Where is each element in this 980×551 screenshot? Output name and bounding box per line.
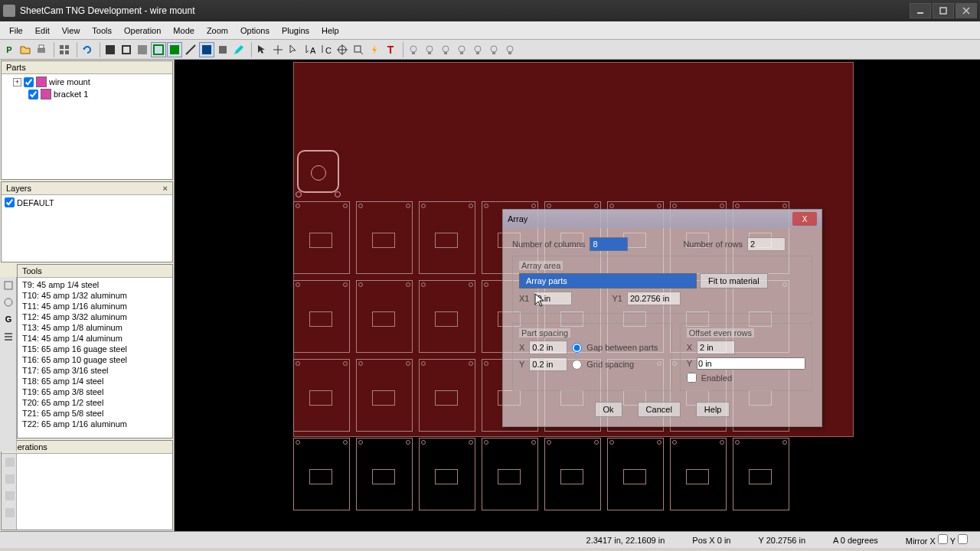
y1-input[interactable] [627,292,681,305]
sx-input[interactable] [529,341,567,354]
menu-file[interactable]: File [3,24,29,37]
postprocess-icon[interactable]: P [2,42,17,57]
pencil-icon[interactable] [231,42,247,57]
vtool2-icon[interactable] [1,295,16,310]
tool-list-item[interactable]: T21: 65 amp 5/8 steel [19,408,171,419]
menu-operation[interactable]: Operation [118,24,167,37]
cancel-button[interactable]: Cancel [638,402,681,417]
menu-view[interactable]: View [56,24,87,37]
mode-dropdown[interactable]: Array parts Fill array area [519,273,695,289]
menu-tools[interactable]: Tools [86,24,118,37]
bulb1-icon[interactable] [406,42,421,57]
bolt-icon[interactable] [367,42,382,57]
view6-icon[interactable] [183,42,198,57]
svg-rect-22 [412,52,415,54]
ok-button[interactable]: Ok [595,402,622,417]
bulb3-icon[interactable] [438,42,453,57]
enabled-checkbox[interactable] [687,373,697,383]
tool-list-item[interactable]: T16: 65 amp 10 guage steel [19,354,171,365]
tool-list-item[interactable]: T9: 45 amp 1/4 steel [19,279,171,290]
svg-rect-40 [5,458,15,467]
print-icon[interactable] [34,42,49,57]
menu-plugins[interactable]: Plugins [276,24,315,37]
text-icon[interactable]: T [383,42,398,57]
sel2-icon[interactable] [286,42,302,57]
tree-item-wire-mount[interactable]: + wire mount [3,76,171,88]
close-button[interactable] [956,3,977,18]
menu-options[interactable]: Options [234,24,276,37]
view8-icon[interactable] [215,42,230,57]
tools-panel-title: Tools [22,266,42,276]
part-checkbox[interactable] [24,77,34,87]
move-icon[interactable] [270,42,286,57]
vtool1-icon[interactable] [1,278,16,293]
mirror-x-checkbox[interactable] [938,534,948,544]
op-tool4-icon[interactable] [2,505,18,520]
view2-icon[interactable] [119,42,134,57]
undo-icon[interactable] [80,42,95,57]
tool-list-item[interactable]: T15: 65 amp 16 guage steel [19,344,171,354]
canvas[interactable]: Array X Number of columns Number of rows… [175,60,980,531]
fit-material-button[interactable]: Fit to material [700,273,768,289]
grid-radio[interactable] [572,360,582,370]
arrow-icon[interactable] [351,42,366,57]
view5-icon[interactable] [167,42,182,57]
tool-list-item[interactable]: T17: 65 amp 3/16 steel [19,365,171,376]
dropdown-option-array[interactable]: Array parts [520,274,696,288]
mirror-y-checkbox[interactable] [958,534,968,544]
spacing-label: Part spacing [519,328,570,337]
crosshair-icon[interactable] [335,42,350,57]
open-icon[interactable] [18,42,33,57]
sel3-icon[interactable]: A [302,42,318,57]
op-tool2-icon[interactable] [2,471,18,487]
minimize-button[interactable] [910,3,931,18]
grid-icon[interactable] [57,42,72,57]
tool-list-item[interactable]: T13: 45 amp 1/8 aluminum [19,322,171,333]
tools-list[interactable]: T9: 45 amp 1/4 steelT10: 45 amp 1/32 alu… [18,278,172,438]
view3-icon[interactable] [135,42,150,57]
layer-item[interactable]: DEFAULT [3,197,171,208]
view4-icon[interactable] [151,42,166,57]
op-tool1-icon[interactable] [2,455,18,470]
bulb5-icon[interactable] [470,42,485,57]
panel-close-icon[interactable]: × [163,184,168,193]
tool-list-item[interactable]: T20: 65 amp 1/2 steel [19,397,171,408]
help-button[interactable]: Help [696,402,730,417]
bulb6-icon[interactable] [486,42,501,57]
expand-icon[interactable]: + [13,78,21,86]
part-checkbox[interactable] [28,90,38,99]
ox-input[interactable] [697,341,735,354]
tree-item-bracket[interactable]: bracket 1 [3,88,171,100]
bulb4-icon[interactable] [454,42,469,57]
tool-list-item[interactable]: T10: 45 amp 1/32 aluminum [19,290,171,301]
menu-edit[interactable]: Edit [29,24,56,37]
menu-mode[interactable]: Mode [167,24,201,37]
menu-help[interactable]: Help [315,24,345,37]
maximize-button[interactable] [933,3,954,18]
tool-list-item[interactable]: T19: 65 amp 3/8 steel [19,386,171,397]
view1-icon[interactable] [103,42,118,57]
dialog-titlebar[interactable]: Array X [503,210,822,228]
view7-icon[interactable] [199,42,214,57]
dialog-close-button[interactable]: X [792,212,817,226]
sy-input[interactable] [529,357,567,371]
layer-checkbox[interactable] [5,197,15,207]
oy-input[interactable] [697,357,805,370]
tool-list-item[interactable]: T11: 45 amp 1/16 aluminum [19,301,171,311]
vtool3-icon[interactable]: G [1,311,16,327]
x1-input[interactable] [534,292,572,305]
menu-zoom[interactable]: Zoom [201,24,234,37]
tool-list-item[interactable]: T22: 65 amp 1/16 aluminum [19,419,171,429]
sel4-icon[interactable]: C [318,42,334,57]
op-tool3-icon[interactable] [2,488,18,504]
tool-list-item[interactable]: T12: 45 amp 3/32 aluminum [19,311,171,322]
tool-list-item[interactable]: T18: 65 amp 1/4 steel [19,376,171,386]
vtool4-icon[interactable] [1,328,16,344]
select-icon[interactable] [254,42,270,57]
gap-radio[interactable] [572,343,582,353]
cols-input[interactable] [590,237,628,251]
bulb7-icon[interactable] [502,42,518,57]
bulb2-icon[interactable] [422,42,437,57]
tool-list-item[interactable]: T14: 45 amp 1/4 aluminum [19,333,171,344]
rows-input[interactable] [747,237,786,251]
